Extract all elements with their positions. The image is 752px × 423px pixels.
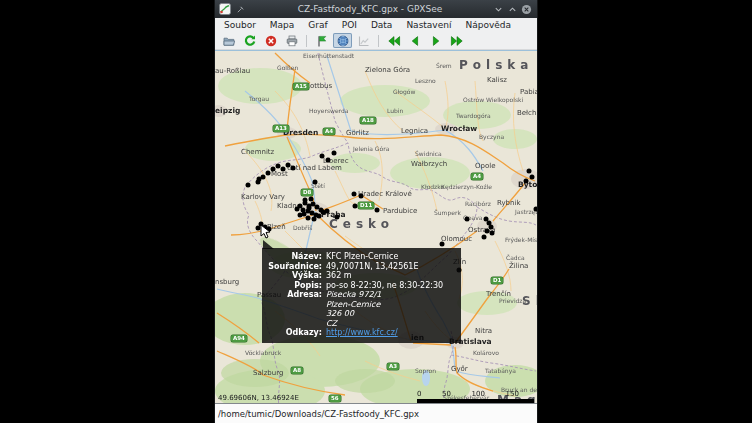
menu-item-npovda[interactable]: Nápověda xyxy=(458,20,518,30)
waypoint-dot[interactable] xyxy=(482,235,487,240)
waypoint-dot[interactable] xyxy=(465,217,470,222)
waypoint-dot[interactable] xyxy=(524,179,529,184)
previous-waypoint-icon xyxy=(409,35,421,47)
country-label: Česko xyxy=(329,218,394,230)
waypoint-dot[interactable] xyxy=(246,183,251,188)
map-label: Golßen xyxy=(277,65,298,71)
menu-item-soubor[interactable]: Soubor xyxy=(217,20,263,30)
waypoint-dot[interactable] xyxy=(313,180,318,185)
scale-tick: 50 xyxy=(442,390,451,398)
open-file-button[interactable] xyxy=(219,33,238,48)
print-icon xyxy=(286,35,298,47)
waypoint-dot[interactable] xyxy=(306,216,311,221)
poi-flag-button[interactable] xyxy=(312,33,331,48)
waypoint-dot[interactable] xyxy=(266,171,271,176)
waypoint-dot[interactable] xyxy=(320,154,325,159)
reload-file-button[interactable] xyxy=(240,33,259,48)
map-label: Cottbus xyxy=(305,83,332,90)
coordinates-overlay: 49.69606N, 13.46924E xyxy=(218,394,299,402)
map-label: Frýdek-Místek xyxy=(505,237,537,243)
map-label: Wałbrzych xyxy=(411,161,447,168)
waypoint-dot[interactable] xyxy=(335,215,340,220)
tooltip-row: Výška:362 m xyxy=(264,271,456,281)
status-file-path: /home/tumic/Downloads/CZ-Fastfoody_KFC.g… xyxy=(218,409,419,419)
map-label: Eisenhüttenstadt xyxy=(303,53,354,59)
tooltip-link[interactable]: http://www.kfc.cz/ xyxy=(326,328,398,337)
waypoint-dot[interactable] xyxy=(298,213,303,218)
tooltip-row: Popis:po-so 8-22:30, ne 8:30-22:30 xyxy=(264,281,456,291)
minimize-button[interactable] xyxy=(491,2,505,16)
waypoint-dot[interactable] xyxy=(325,209,330,214)
waypoint-dot[interactable] xyxy=(489,225,494,230)
map-label: Salzburg xyxy=(253,370,283,377)
waypoint-dot[interactable] xyxy=(281,167,286,172)
menu-item-poi[interactable]: POI xyxy=(335,20,364,30)
map-scale-bar: 050100150 xyxy=(417,390,535,403)
print-button[interactable] xyxy=(282,33,301,48)
map-label: Pardubice xyxy=(383,208,417,215)
waypoint-dot[interactable] xyxy=(534,207,538,212)
waypoint-dot[interactable] xyxy=(295,207,300,212)
close-button[interactable] xyxy=(519,2,533,16)
waypoint-dot[interactable] xyxy=(326,158,331,163)
window-pin-icon[interactable] xyxy=(236,5,245,14)
road-shield: D8 xyxy=(301,189,313,196)
last-waypoint-button[interactable] xyxy=(447,33,466,48)
app-icon xyxy=(219,3,231,15)
tooltip-field-value: KFC Plzen-Cernice xyxy=(326,252,456,262)
road-shield: D11 xyxy=(358,202,374,209)
road-shield: A18 xyxy=(360,117,376,124)
map-view[interactable]: au-RoßlauGolßenEisenhüttenstadtZielona G… xyxy=(215,50,537,403)
tooltip-field-label: Odkazy: xyxy=(264,328,326,338)
waypoint-dot[interactable] xyxy=(332,151,337,156)
menu-item-mapa[interactable]: Mapa xyxy=(263,20,302,30)
first-waypoint-button[interactable] xyxy=(384,33,403,48)
waypoint-dot[interactable] xyxy=(271,167,276,172)
tooltip-row: Adresa:Pisecka 972/1Plzen-Cernice326 00C… xyxy=(264,290,456,328)
status-bar: /home/tumic/Downloads/CZ-Fastfoody_KFC.g… xyxy=(215,403,537,423)
waypoint-dot[interactable] xyxy=(291,166,296,171)
menu-item-data[interactable]: Data xyxy=(364,20,400,30)
tooltip-field-value: po-so 8-22:30, ne 8:30-22:30 xyxy=(326,281,456,291)
waypoint-dot[interactable] xyxy=(317,214,322,219)
tooltip-field-label: Adresa: xyxy=(264,290,326,328)
menu-bar: SouborMapaGrafPOIDataNastaveníNápověda xyxy=(215,18,537,32)
map-label: Lubin xyxy=(387,108,403,114)
waypoint-dot[interactable] xyxy=(301,208,306,213)
graph-button[interactable] xyxy=(354,33,373,48)
map-label: Prievidza xyxy=(499,298,526,304)
tooltip-field-value: 362 m xyxy=(326,271,456,281)
close-file-button[interactable] xyxy=(261,33,280,48)
map-label: Zielona Góra xyxy=(365,67,410,74)
map-label: Vöcklabruck xyxy=(245,350,281,356)
map-globe-button[interactable] xyxy=(333,33,352,48)
next-waypoint-button[interactable] xyxy=(426,33,445,48)
tooltip-value-text: 49,70071N, 13,42561E xyxy=(326,262,418,271)
waypoint-dot[interactable] xyxy=(312,217,317,222)
waypoint-dot[interactable] xyxy=(490,231,495,236)
tooltip-value-text: KFC Plzen-Cernice xyxy=(326,252,398,261)
menu-item-nastaven[interactable]: Nastavení xyxy=(399,20,458,30)
waypoint-dot[interactable] xyxy=(309,197,314,202)
map-label: Rybnik xyxy=(497,200,521,207)
graph-icon xyxy=(358,35,370,47)
map-label: Šumperk xyxy=(434,210,461,216)
waypoint-dot[interactable] xyxy=(359,194,364,199)
map-label: Nitra xyxy=(475,328,492,335)
map-label: Śrem xyxy=(436,63,452,69)
waypoint-dot[interactable] xyxy=(530,175,535,180)
map-label: nsburg xyxy=(215,279,239,286)
waypoint-dot[interactable] xyxy=(527,169,532,174)
last-waypoint-icon xyxy=(450,35,464,47)
waypoint-dot[interactable] xyxy=(440,242,445,247)
waypoint-dot[interactable] xyxy=(375,208,380,213)
tooltip-field-value: http://www.kfc.cz/ xyxy=(326,328,456,338)
maximize-button[interactable] xyxy=(505,2,519,16)
menu-item-graf[interactable]: Graf xyxy=(301,20,334,30)
waypoint-dot[interactable] xyxy=(352,192,357,197)
waypoint-dot[interactable] xyxy=(303,198,308,203)
previous-waypoint-button[interactable] xyxy=(405,33,424,48)
waypoint-dot[interactable] xyxy=(257,177,262,182)
waypoint-dot[interactable] xyxy=(353,204,358,209)
waypoint-dot[interactable] xyxy=(307,206,312,211)
